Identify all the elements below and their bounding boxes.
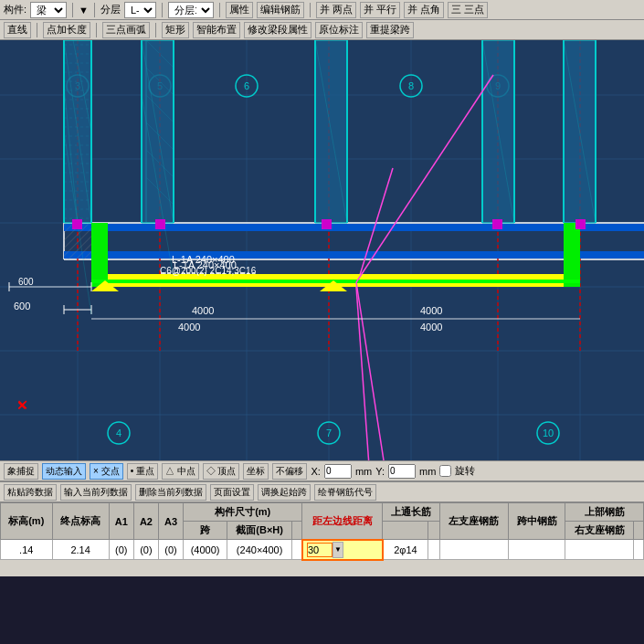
- cell-a2[interactable]: (0): [133, 540, 158, 560]
- svg-text:4000: 4000: [178, 322, 200, 333]
- cell-right-seat[interactable]: [565, 540, 634, 560]
- svg-text:7: 7: [326, 428, 332, 438]
- input-col-btn[interactable]: 输入当前列数据: [60, 484, 132, 501]
- status-bar: 象捕捉 动态输入 × 交点 • 重点 △ 中点 ◇ 顶点 坐标 不偏移 X: m…: [0, 460, 644, 480]
- heavy-label: • 重点: [131, 465, 154, 478]
- svg-text:6: 6: [244, 80, 249, 91]
- attr-btn[interactable]: 属性: [226, 2, 253, 18]
- rect-btn[interactable]: 矩形: [162, 22, 189, 38]
- edit-rebar-btn[interactable]: 编辑钢筋: [257, 2, 304, 18]
- cross-label: × 交点: [93, 465, 120, 478]
- sublayer-select[interactable]: 分层1: [168, 2, 214, 18]
- mid-label: △ 中点: [165, 465, 195, 478]
- beam-label: ▼: [79, 5, 89, 16]
- svg-rect-139: [575, 219, 586, 229]
- sep1: [72, 3, 73, 17]
- add-length-btn[interactable]: 点加长度: [43, 22, 90, 38]
- move-up-btn[interactable]: 重提梁跨: [366, 22, 414, 38]
- cell-start-elev[interactable]: .14: [1, 540, 53, 560]
- cell-mid[interactable]: [508, 540, 565, 560]
- heavy-btn[interactable]: • 重点: [127, 463, 158, 480]
- x-input[interactable]: [324, 464, 352, 479]
- snap-btn[interactable]: 象捕捉: [4, 463, 38, 480]
- three-point-btn[interactable]: 三 三点: [448, 2, 488, 18]
- dynamic-input-btn[interactable]: 动态输入: [42, 463, 86, 480]
- canvas-area[interactable]: L-1A 240×400 C6@200(2) 2C14;3C16 3 5 6 8…: [0, 40, 644, 460]
- sep6: [37, 23, 37, 37]
- dist-dropdown[interactable]: ▼: [333, 542, 343, 558]
- rotate-check[interactable]: [439, 465, 451, 477]
- x-label: X:: [311, 466, 320, 477]
- modify-section-btn[interactable]: 修改梁段属性: [244, 22, 311, 38]
- layer-label: 分层: [100, 3, 121, 16]
- cell-a3[interactable]: (0): [158, 540, 183, 560]
- svg-text:4000: 4000: [420, 305, 442, 316]
- svg-text:C6@200(2) 2C14;3C16: C6@200(2) 2C14;3C16: [160, 266, 257, 276]
- component-select[interactable]: 梁: [30, 2, 67, 18]
- mm2-label: mm: [419, 466, 436, 477]
- y-label: Y:: [375, 466, 385, 477]
- mid-btn[interactable]: △ 中点: [162, 463, 199, 480]
- page-setup-btn[interactable]: 页面设置: [210, 484, 254, 501]
- sep8: [155, 23, 156, 37]
- header-a1: A1: [109, 503, 133, 540]
- sep5: [310, 3, 311, 17]
- no-offset-btn[interactable]: 不偏移: [272, 463, 307, 480]
- svg-line-145: [356, 75, 493, 282]
- svg-text:600: 600: [14, 301, 30, 311]
- cell-section[interactable]: (240×400): [227, 540, 291, 560]
- origin-mark-btn[interactable]: 原位标注: [315, 22, 363, 38]
- svg-rect-133: [564, 223, 580, 287]
- angle-btn[interactable]: 并 点角: [404, 2, 444, 18]
- cell-top-right[interactable]: [634, 540, 644, 560]
- smart-arrange-btn[interactable]: 智能布置: [193, 22, 240, 38]
- header-top-right: [634, 522, 644, 540]
- header-span: 跨: [184, 522, 227, 540]
- header-top-cont: 上通长筋: [383, 503, 439, 522]
- svg-text:4: 4: [116, 428, 121, 438]
- parallel-btn[interactable]: 并 平行: [360, 2, 400, 18]
- svg-rect-137: [322, 219, 332, 229]
- two-point-btn[interactable]: 并 两点: [316, 2, 356, 18]
- svg-line-144: [356, 282, 384, 460]
- snap-label: 象捕捉: [7, 465, 35, 478]
- toolbar-1: 构件: 梁 ▼ 分层 L-1 分层1 属性 编辑钢筋 并 两点 并 平行 并 点…: [0, 0, 644, 20]
- three-arc-btn[interactable]: 三点画弧: [102, 22, 150, 38]
- draw-rebar-btn[interactable]: 绘脊钢筋代号: [314, 484, 376, 501]
- cell-dist[interactable]: ▼: [302, 540, 383, 560]
- cell-extra[interactable]: [292, 540, 302, 560]
- vertex-btn[interactable]: ◇ 顶点: [203, 463, 240, 480]
- sep4: [219, 3, 220, 17]
- dist-input[interactable]: [307, 543, 333, 557]
- header-left-seat: 左支座钢筋: [439, 503, 508, 540]
- cell-top-cont[interactable]: 2φ14: [383, 540, 428, 560]
- svg-text:600: 600: [18, 277, 34, 287]
- three-arc-label: 三点画弧: [106, 23, 146, 37]
- svg-text:L-1A 240×400: L-1A 240×400: [172, 254, 235, 265]
- add-length-label: 点加长度: [47, 23, 87, 37]
- dynamic-label: 动态输入: [46, 465, 82, 478]
- cross-btn[interactable]: × 交点: [90, 463, 123, 480]
- svg-text:✕: ✕: [16, 398, 27, 413]
- cell-left-seat[interactable]: [439, 540, 508, 560]
- paste-span-btn[interactable]: 粘贴跨数据: [4, 484, 57, 501]
- vertex-label: ◇ 顶点: [206, 465, 237, 478]
- cell-end-elev[interactable]: 2.14: [52, 540, 109, 560]
- header-mid: 跨中钢筋: [508, 503, 565, 540]
- cell-span[interactable]: (4000): [184, 540, 227, 560]
- layer-select[interactable]: L-1: [124, 2, 156, 18]
- header-right-seat: 右支座钢筋: [565, 522, 634, 540]
- delete-col-btn[interactable]: 删除当前列数据: [135, 484, 206, 501]
- y-input[interactable]: [388, 464, 416, 479]
- sep2: [94, 3, 95, 17]
- line-btn[interactable]: 直线: [4, 22, 31, 38]
- header-extra: [292, 522, 302, 540]
- swap-start-btn[interactable]: 调换起始跨: [258, 484, 311, 501]
- data-table: 标高(m) 终点标高 A1 A2 A3 构件尺寸(m) 距左边线距离 上通长筋 …: [0, 502, 644, 561]
- coord-btn[interactable]: 坐标: [243, 463, 269, 480]
- svg-rect-138: [492, 219, 502, 229]
- cell-top-cont2[interactable]: [428, 540, 440, 560]
- cell-a1[interactable]: (0): [109, 540, 133, 560]
- svg-text:10: 10: [543, 428, 554, 438]
- sep3: [162, 3, 163, 17]
